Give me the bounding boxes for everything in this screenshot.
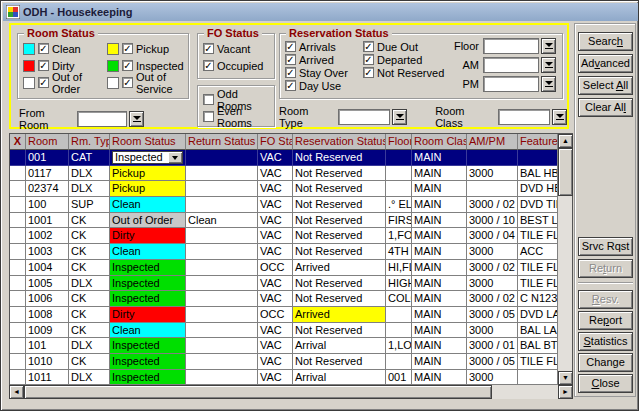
cell-delete[interactable]: [10, 354, 26, 370]
cell-reservation-status[interactable]: Arrival: [293, 338, 386, 354]
cell-features[interactable]: TILE FLO: [518, 228, 558, 244]
grid-header-room-status[interactable]: Room Status: [110, 134, 186, 150]
cell-room[interactable]: 1010: [26, 354, 69, 370]
filter-checkbox-item[interactable]: ✓ Departed: [363, 53, 455, 66]
cell-return-status[interactable]: [186, 323, 258, 339]
cell-room-class[interactable]: MAIN: [412, 291, 467, 307]
cell-room-class[interactable]: MAIN: [412, 307, 467, 323]
pm-combo[interactable]: [483, 76, 556, 92]
cell-features[interactable]: BEST LA: [518, 213, 558, 229]
cell-rm-type[interactable]: CK: [69, 260, 110, 276]
cell-ampm[interactable]: 3000 / 01: [467, 338, 518, 354]
table-row[interactable]: 1005 DLX Inspected VAC Not Reserved HIGH…: [10, 276, 559, 292]
table-row[interactable]: 0117 DLX Pickup VAC Not Reserved MAIN 30…: [10, 166, 559, 182]
cell-fo-status[interactable]: VAC: [258, 276, 293, 292]
srvc-rqst-button[interactable]: Srvc Rqst: [578, 237, 633, 256]
cell-room-class[interactable]: MAIN: [412, 181, 467, 197]
table-row[interactable]: 1009 CK Clean VAC Not Reserved MAIN 3000…: [10, 323, 559, 339]
cell-floor[interactable]: FIRST: [386, 213, 412, 229]
room-status-cell-combo[interactable]: Inspected: [112, 151, 183, 164]
cell-room[interactable]: 1008: [26, 307, 69, 323]
cell-return-status[interactable]: [186, 260, 258, 276]
table-row[interactable]: 02374 DLX Pickup VAC Not Reserved MAIN D…: [10, 181, 559, 197]
cell-return-status[interactable]: [186, 166, 258, 182]
cell-reservation-status[interactable]: Not Reserved: [293, 228, 386, 244]
checkbox[interactable]: ✓: [203, 43, 214, 54]
cell-room-status[interactable]: Pickup: [110, 166, 186, 182]
cell-fo-status[interactable]: OCC: [258, 260, 293, 276]
cell-floor[interactable]: COLC: [386, 291, 412, 307]
cell-room[interactable]: 001: [26, 150, 69, 166]
checkbox[interactable]: ✓: [285, 80, 296, 91]
cell-rm-type[interactable]: CK: [69, 354, 110, 370]
cell-room[interactable]: 1003: [26, 244, 69, 260]
cell-ampm[interactable]: 3000: [467, 370, 518, 385]
cell-room-class[interactable]: MAIN: [412, 213, 467, 229]
cell-room-status[interactable]: Inspected: [110, 276, 186, 292]
cell-floor[interactable]: [386, 354, 412, 370]
grid-header-ampm[interactable]: AM/PM: [467, 134, 518, 150]
checkbox[interactable]: ✓: [203, 60, 214, 71]
cell-delete[interactable]: [10, 197, 26, 213]
cell-rm-type[interactable]: CK: [69, 244, 110, 260]
cell-delete[interactable]: [10, 323, 26, 339]
cell-return-status[interactable]: [186, 370, 258, 385]
table-row[interactable]: 1004 CK Inspected OCC Arrived HI,FLO MAI…: [10, 260, 559, 276]
table-row[interactable]: 1008 CK Dirty OCC Arrived MAIN 3000 / 05…: [10, 307, 559, 323]
scroll-up-button[interactable]: ▲: [558, 134, 573, 148]
cell-room-class[interactable]: MAIN: [412, 323, 467, 339]
cell-room-status[interactable]: Inspected: [110, 260, 186, 276]
filter-checkbox-item[interactable]: ✓ Occupied: [203, 59, 274, 72]
cell-rm-type[interactable]: CK: [69, 213, 110, 229]
filter-checkbox-item[interactable]: ✓ Not Reserved: [363, 66, 455, 79]
filter-checkbox-item[interactable]: ✓ Out of Order: [23, 76, 107, 89]
scroll-left-button[interactable]: ◄: [9, 385, 24, 399]
cell-floor[interactable]: 001: [386, 370, 412, 385]
cell-features[interactable]: [518, 150, 558, 166]
grid-header-features[interactable]: Features: [518, 134, 558, 150]
checkbox[interactable]: [203, 111, 214, 122]
cell-fo-status[interactable]: VAC: [258, 370, 293, 385]
room-type-combo[interactable]: [338, 109, 407, 125]
cell-ampm[interactable]: 3000 / 02: [467, 260, 518, 276]
cell-room[interactable]: 100: [26, 197, 69, 213]
table-row[interactable]: 1001 CK Out of Order Clean VAC Not Reser…: [10, 213, 559, 229]
cell-room-class[interactable]: MAIN: [412, 276, 467, 292]
cell-delete[interactable]: [10, 370, 26, 385]
cell-ampm[interactable]: 3000: [467, 166, 518, 182]
cell-ampm[interactable]: 3000 / 05: [467, 354, 518, 370]
cell-return-status[interactable]: [186, 354, 258, 370]
checkbox[interactable]: [203, 94, 214, 105]
cell-reservation-status[interactable]: Not Reserved: [293, 213, 386, 229]
checkbox[interactable]: ✓: [38, 60, 49, 71]
grid-header-return-status[interactable]: Return Status: [186, 134, 258, 150]
cell-room-status[interactable]: Inspected: [110, 150, 186, 166]
filter-checkbox-item[interactable]: ✓ Out of Service: [107, 76, 191, 89]
cell-return-status[interactable]: [186, 228, 258, 244]
cell-floor[interactable]: .° ELIS: [386, 197, 412, 213]
cell-features[interactable]: TILE FLO: [518, 260, 558, 276]
cell-rm-type[interactable]: DLX: [69, 181, 110, 197]
cell-room[interactable]: 1005: [26, 276, 69, 292]
table-row[interactable]: 1011 DLX Inspected VAC Arrival 001 MAIN …: [10, 370, 559, 385]
checkbox[interactable]: ✓: [122, 43, 133, 54]
advanced-button[interactable]: Advanced: [578, 54, 633, 73]
cell-room-class[interactable]: MAIN: [412, 228, 467, 244]
cell-rm-type[interactable]: DLX: [69, 276, 110, 292]
pm-dropdown-button[interactable]: [541, 76, 556, 92]
cell-ampm[interactable]: [467, 181, 518, 197]
checkbox[interactable]: ✓: [285, 54, 296, 65]
cell-return-status[interactable]: [186, 307, 258, 323]
room-class-dropdown-button[interactable]: [552, 109, 567, 125]
cell-ampm[interactable]: 3000: [467, 323, 518, 339]
vertical-scroll-thumb[interactable]: [558, 148, 573, 196]
room-type-dropdown-button[interactable]: [392, 109, 407, 125]
cell-reservation-status[interactable]: Not Reserved: [293, 150, 386, 166]
checkbox[interactable]: ✓: [285, 67, 296, 78]
cell-room[interactable]: 1002: [26, 228, 69, 244]
cell-reservation-status[interactable]: Not Reserved: [293, 197, 386, 213]
cell-rm-type[interactable]: DLX: [69, 166, 110, 182]
cell-room-class[interactable]: MAIN: [412, 370, 467, 385]
cell-delete[interactable]: [10, 244, 26, 260]
checkbox[interactable]: ✓: [363, 67, 374, 78]
